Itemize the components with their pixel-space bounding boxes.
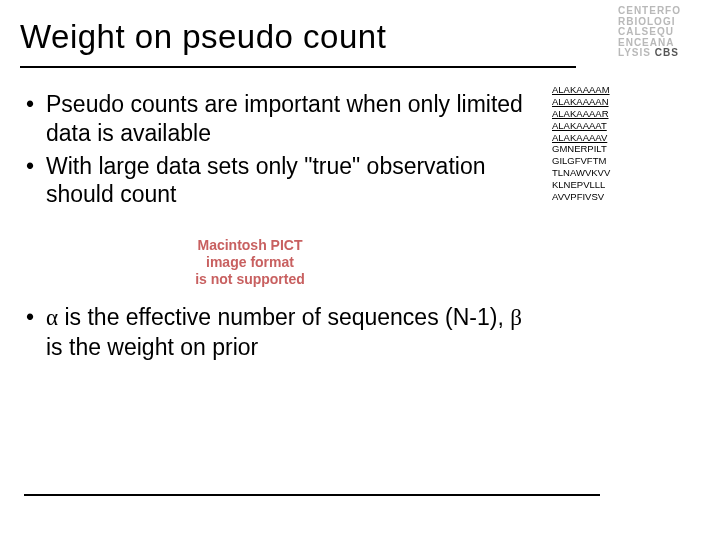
sequence-row: ALAKAAAAN	[552, 96, 610, 108]
bullet-text: is the weight on prior	[46, 334, 258, 360]
sequence-row: TLNAWVKVV	[552, 167, 610, 179]
title-rule	[20, 66, 576, 68]
logo-line: CENTERFO	[618, 5, 681, 16]
sequence-row: GILGFVFTM	[552, 155, 610, 167]
pict-line: Macintosh PICT	[197, 237, 302, 253]
beta-symbol: β	[510, 305, 522, 330]
alpha-symbol: α	[46, 305, 58, 330]
bullet-item: Pseudo counts are important when only li…	[20, 90, 540, 148]
sequence-row: AVVPFIVSV	[552, 191, 610, 203]
logo-block: CENTERFO RBIOLOGI CALSEQU ENCEANA LYSIS …	[618, 6, 710, 59]
sequence-row: ALAKAAAAT	[552, 120, 610, 132]
logo-line: RBIOLOGI	[618, 16, 675, 27]
logo-line: ENCEANA	[618, 37, 674, 48]
logo-line: LYSIS	[618, 47, 651, 58]
sequence-box: ALAKAAAAM ALAKAAAAN ALAKAAAAR ALAKAAAAT …	[552, 84, 610, 203]
sequence-row: ALAKAAAAM	[552, 84, 610, 96]
footer-rule	[24, 494, 600, 496]
sequence-row: ALAKAAAAV	[552, 132, 610, 144]
slide-title: Weight on pseudo count	[20, 18, 696, 56]
pict-line: is not supported	[195, 271, 305, 287]
bullet-item: α is the effective number of sequences (…	[20, 303, 540, 362]
logo-line: CALSEQU	[618, 26, 674, 37]
bullet-block: Pseudo counts are important when only li…	[20, 90, 540, 366]
bullet-text: is the effective number of sequences (N-…	[58, 304, 510, 330]
sequence-row: GMNERPILT	[552, 143, 610, 155]
sequence-row: KLNEPVLLL	[552, 179, 610, 191]
bullet-item: With large data sets only "true" observa…	[20, 152, 540, 210]
sequence-row: ALAKAAAAR	[552, 108, 610, 120]
pict-placeholder: Macintosh PICT image format is not suppo…	[160, 237, 340, 287]
pict-line: image format	[206, 254, 294, 270]
logo-line: CBS	[655, 47, 679, 58]
